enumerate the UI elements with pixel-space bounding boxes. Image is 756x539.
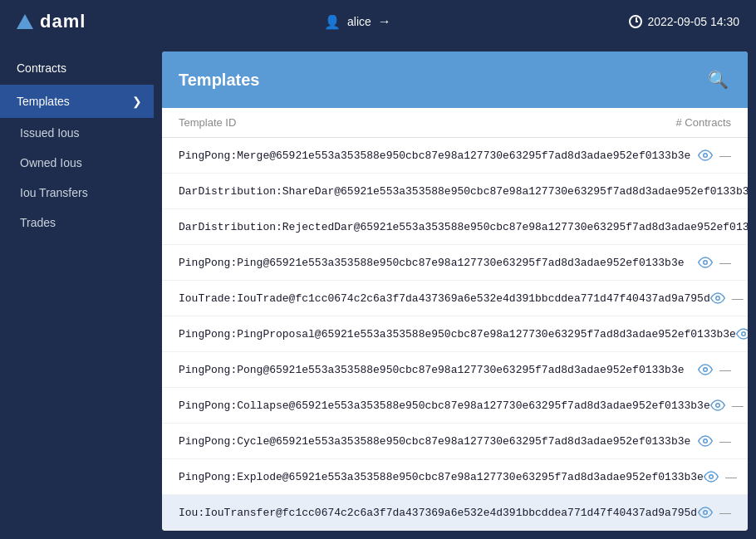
logo-text: daml — [40, 11, 86, 32]
svg-point-5 — [742, 332, 746, 336]
row-actions: — — [698, 434, 731, 448]
body: Contracts Templates ❯ Issued Ious Owned … — [0, 43, 756, 539]
datetime-text: 2022-09-05 14:30 — [647, 15, 739, 28]
template-id-text: PingPong:Cycle@65921e553a353588e950cbc87… — [179, 435, 690, 448]
sidebar-label-trades: Trades — [20, 216, 56, 229]
header-datetime: 2022-09-05 14:30 — [629, 15, 739, 28]
table-row[interactable]: Iou:IouTransfer@fc1cc0674c2c6a3f7da43736… — [162, 495, 748, 531]
templates-header: Templates 🔍 — [162, 51, 748, 108]
col-header-contracts: # Contracts — [676, 116, 731, 129]
template-id-text: PingPong:Collapse@65921e553a353588e950cb… — [179, 399, 710, 412]
search-button[interactable]: 🔍 — [704, 66, 731, 93]
row-actions: — — [698, 148, 731, 163]
eye-icon[interactable] — [710, 291, 725, 306]
sidebar-label-templates: Templates — [17, 95, 70, 108]
template-id-text: PingPong:Merge@65921e553a353588e950cbc87… — [179, 149, 690, 162]
sidebar-item-trades[interactable]: Trades — [0, 208, 154, 238]
dash-icon: — — [719, 363, 731, 376]
user-icon: 👤 — [324, 14, 341, 30]
template-id-text: Iou:IouTransfer@fc1cc0674c2c6a3f7da43736… — [179, 507, 697, 519]
svg-point-0 — [704, 154, 708, 158]
row-actions: — — [698, 362, 731, 377]
dash-icon: — — [719, 149, 731, 162]
eye-icon[interactable] — [710, 398, 725, 413]
header-user-section: 👤 alice → — [324, 14, 391, 30]
dash-icon: — — [719, 506, 731, 519]
dash-icon: — — [732, 292, 744, 305]
row-actions: — — [736, 326, 748, 341]
template-id-text: DarDistribution:ShareDar@65921e553a35358… — [179, 185, 748, 198]
eye-icon[interactable] — [704, 469, 719, 484]
sidebar-label-owned-ious: Owned Ious — [20, 156, 82, 169]
template-id-text: PingPong:PingProposal@65921e553a353588e9… — [179, 328, 736, 341]
table-container: Template ID # Contracts PingPong:Merge@6… — [162, 108, 748, 531]
svg-point-3 — [704, 261, 708, 265]
table-row[interactable]: DarDistribution:RejectedDar@65921e553a35… — [162, 209, 748, 245]
eye-icon[interactable] — [698, 255, 713, 270]
logo: daml — [17, 11, 86, 32]
username: alice — [347, 15, 371, 28]
sidebar-label-contracts: Contracts — [17, 61, 66, 75]
sidebar-item-iou-transfers[interactable]: Iou Transfers — [0, 178, 154, 208]
logout-icon[interactable]: → — [378, 14, 391, 29]
templates-title: Templates — [179, 71, 259, 90]
sidebar-item-contracts[interactable]: Contracts — [0, 51, 154, 85]
table-row[interactable]: DarDistribution:ShareDar@65921e553a35358… — [162, 174, 748, 209]
row-actions: — — [710, 398, 744, 413]
table-row[interactable]: PingPong:Explode@65921e553a353588e950cbc… — [162, 459, 748, 495]
table-row[interactable]: PingPong:Pong@65921e553a353588e950cbc87e… — [162, 352, 748, 388]
sidebar-item-issued-ious[interactable]: Issued Ious — [0, 118, 154, 148]
svg-point-8 — [704, 439, 708, 443]
template-id-text: PingPong:Ping@65921e553a353588e950cbc87e… — [179, 257, 685, 269]
main-content: Templates 🔍 Template ID # Contracts Ping… — [162, 51, 748, 531]
table-row[interactable]: IouTrade:IouTrade@fc1cc0674c2c6a3f7da437… — [162, 281, 748, 316]
eye-icon[interactable] — [736, 326, 748, 341]
col-header-template-id: Template ID — [179, 116, 236, 129]
sidebar-label-iou-transfers: Iou Transfers — [20, 186, 88, 199]
table-row[interactable]: PingPong:Cycle@65921e553a353588e950cbc87… — [162, 424, 748, 459]
sidebar: Contracts Templates ❯ Issued Ious Owned … — [0, 43, 154, 539]
dash-icon: — — [725, 470, 737, 483]
svg-point-7 — [715, 404, 719, 408]
eye-icon[interactable] — [698, 148, 713, 163]
table-row[interactable]: PingPong:Merge@65921e553a353588e950cbc87… — [162, 138, 748, 174]
eye-icon[interactable] — [698, 505, 713, 520]
eye-icon[interactable] — [698, 362, 713, 377]
table-row[interactable]: PingPong:Ping@65921e553a353588e950cbc87e… — [162, 245, 748, 281]
table-header: Template ID # Contracts — [162, 108, 748, 138]
row-actions: — — [704, 469, 737, 484]
template-id-text: IouTrade:IouTrade@fc1cc0674c2c6a3f7da437… — [179, 292, 710, 305]
row-actions: — — [698, 505, 731, 520]
header: daml 👤 alice → 2022-09-05 14:30 — [0, 0, 756, 43]
svg-point-9 — [709, 475, 714, 479]
sidebar-label-issued-ious: Issued Ious — [20, 126, 80, 140]
svg-point-4 — [715, 296, 719, 301]
table-row[interactable]: PingPong:Collapse@65921e553a353588e950cb… — [162, 388, 748, 424]
dash-icon: — — [719, 434, 731, 448]
eye-icon[interactable] — [698, 434, 713, 448]
template-id-text: DarDistribution:RejectedDar@65921e553a35… — [179, 221, 748, 233]
dash-icon: — — [732, 399, 744, 412]
row-actions: — — [710, 291, 744, 306]
sidebar-item-owned-ious[interactable]: Owned Ious — [0, 148, 154, 178]
logo-triangle-icon — [17, 14, 33, 29]
table-row[interactable]: PingPong:PingProposal@65921e553a353588e9… — [162, 316, 748, 352]
template-id-text: PingPong:Explode@65921e553a353588e950cbc… — [179, 471, 704, 483]
dash-icon: — — [719, 256, 731, 269]
sidebar-item-templates[interactable]: Templates ❯ — [0, 85, 154, 118]
clock-icon — [629, 15, 642, 28]
template-id-text: PingPong:Pong@65921e553a353588e950cbc87e… — [179, 364, 685, 376]
svg-point-6 — [704, 368, 708, 372]
row-actions: — — [698, 255, 731, 270]
svg-point-10 — [704, 511, 708, 515]
chevron-right-icon: ❯ — [132, 95, 142, 108]
